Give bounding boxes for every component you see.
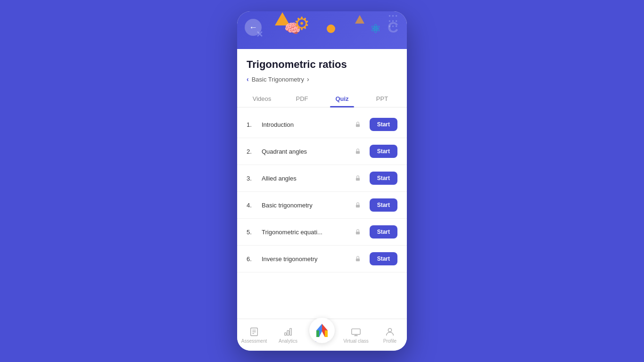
- quiz-item-4: 4. Basic trigonometry Start: [237, 192, 407, 219]
- quiz-list: 1. Introduction Start 2. Quadrant angles…: [237, 107, 407, 319]
- quiz-item-1: 1. Introduction Start: [237, 111, 407, 138]
- svg-rect-3: [356, 205, 360, 207]
- svg-rect-5: [356, 258, 360, 261]
- quiz-label-6: Inverse trigonometry: [262, 255, 350, 263]
- back-arrow-icon: ←: [249, 23, 257, 33]
- nav-profile[interactable]: Profile: [373, 327, 407, 344]
- svg-point-20: [388, 328, 391, 331]
- svg-rect-4: [356, 231, 360, 234]
- start-button-5[interactable]: Start: [370, 225, 397, 239]
- svg-rect-2: [356, 178, 360, 181]
- card-header: Trigonometric ratios ‹ Basic Trigonometr…: [237, 49, 407, 90]
- quiz-item-3: 3. Allied angles Start: [237, 165, 407, 192]
- assessment-icon: [249, 327, 259, 337]
- quiz-number-5: 5.: [247, 229, 257, 236]
- start-button-1[interactable]: Start: [370, 118, 397, 131]
- quiz-number-4: 4.: [247, 202, 257, 209]
- start-button-2[interactable]: Start: [370, 145, 397, 158]
- analytics-icon: [283, 327, 293, 337]
- nav-assessment[interactable]: Assessment: [237, 327, 271, 344]
- atom-icon: ⚛: [370, 22, 381, 36]
- lock-icon-3: [355, 175, 361, 181]
- circle-decoration: [327, 25, 335, 33]
- profile-icon: [385, 327, 395, 337]
- quiz-item-2: 2. Quadrant angles Start: [237, 138, 407, 165]
- quiz-label-5: Trigonometric equati...: [262, 229, 350, 236]
- nav-virtual-class[interactable]: Virtual class: [339, 327, 373, 344]
- quiz-number-3: 3.: [247, 175, 257, 182]
- quiz-number-1: 1.: [247, 121, 257, 128]
- back-button[interactable]: ←: [245, 19, 262, 36]
- lock-icon-4: [355, 202, 361, 208]
- tab-videos[interactable]: Videos: [242, 90, 282, 107]
- phone-container: ← ✕ 🧠 ⚙ ⚛ ● ● ●● ● ●● ● ● C Trigonometri…: [237, 11, 407, 351]
- svg-rect-10: [285, 332, 287, 335]
- header-banner: ← ✕ 🧠 ⚙ ⚛ ● ● ●● ● ●● ● ● C: [237, 11, 407, 49]
- tab-ppt[interactable]: PPT: [362, 90, 402, 107]
- quiz-item-6: 6. Inverse trigonometry Start: [237, 246, 407, 272]
- lock-icon-2: [355, 148, 361, 155]
- start-button-4[interactable]: Start: [370, 198, 397, 212]
- quiz-label-2: Quadrant angles: [262, 148, 350, 155]
- c-decoration: C: [388, 19, 398, 36]
- svg-rect-12: [290, 328, 292, 335]
- svg-rect-17: [352, 329, 360, 334]
- nav-analytics-label: Analytics: [279, 338, 297, 344]
- quiz-item-5: 5. Trigonometric equati... Start: [237, 219, 407, 246]
- svg-rect-1: [356, 151, 360, 154]
- home-logo-icon: [314, 322, 330, 339]
- home-center-button[interactable]: [309, 318, 335, 343]
- quiz-number-2: 2.: [247, 148, 257, 155]
- triangle2-decoration: [355, 15, 364, 24]
- svg-marker-16: [325, 330, 328, 337]
- quiz-number-6: 6.: [247, 255, 257, 263]
- nav-assessment-label: Assessment: [241, 338, 267, 344]
- gear-icon: ⚙: [294, 13, 310, 34]
- bottom-nav: Assessment Analytics Home: [237, 319, 407, 351]
- tabs-container: Videos PDF Quiz PPT: [237, 90, 407, 107]
- svg-rect-0: [356, 124, 360, 127]
- quiz-label-3: Allied angles: [262, 175, 350, 182]
- svg-marker-15: [316, 330, 319, 337]
- tab-quiz[interactable]: Quiz: [322, 90, 362, 107]
- virtual-class-icon: [351, 327, 361, 337]
- lock-icon-1: [355, 121, 361, 128]
- svg-rect-11: [287, 330, 289, 335]
- breadcrumb: ‹ Basic Trigonometry ›: [247, 75, 397, 83]
- tab-pdf[interactable]: PDF: [282, 90, 322, 107]
- breadcrumb-chevron-right-icon: ›: [307, 75, 309, 83]
- start-button-3[interactable]: Start: [370, 172, 397, 185]
- breadcrumb-text: Basic Trigonometry: [252, 76, 304, 83]
- page-title: Trigonometric ratios: [247, 58, 397, 71]
- quiz-label-4: Basic trigonometry: [262, 202, 350, 209]
- lock-icon-6: [355, 255, 361, 262]
- nav-profile-label: Profile: [383, 338, 396, 344]
- nav-analytics[interactable]: Analytics: [271, 327, 305, 344]
- lock-icon-5: [355, 229, 361, 235]
- breadcrumb-chevron-left-icon: ‹: [247, 75, 249, 83]
- quiz-label-1: Introduction: [262, 121, 350, 128]
- nav-virtual-class-label: Virtual class: [343, 338, 369, 344]
- content-card: Trigonometric ratios ‹ Basic Trigonometr…: [237, 49, 407, 319]
- start-button-6[interactable]: Start: [370, 252, 397, 265]
- nav-home[interactable]: Home: [305, 327, 339, 343]
